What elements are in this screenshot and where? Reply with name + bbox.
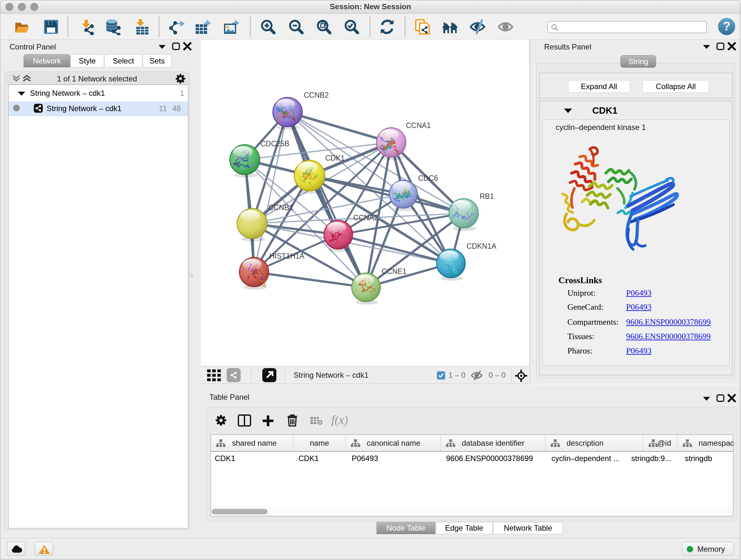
- svg-text:CCNB2: CCNB2: [304, 91, 329, 99]
- svg-text:HIST1H1A: HIST1H1A: [269, 252, 305, 260]
- svg-text:CCNA1: CCNA1: [406, 121, 431, 130]
- svg-text:CCNB1: CCNB1: [268, 203, 293, 212]
- svg-text:CCNE1: CCNE1: [382, 267, 407, 275]
- svg-text:CDK1: CDK1: [325, 154, 345, 162]
- svg-text:CDC25B: CDC25B: [260, 139, 289, 148]
- svg-text:CDC6: CDC6: [418, 174, 438, 182]
- svg-text:CCNA2: CCNA2: [353, 213, 378, 222]
- svg-text:CDKN1A: CDKN1A: [467, 242, 496, 250]
- svg-text:RB1: RB1: [480, 192, 494, 200]
